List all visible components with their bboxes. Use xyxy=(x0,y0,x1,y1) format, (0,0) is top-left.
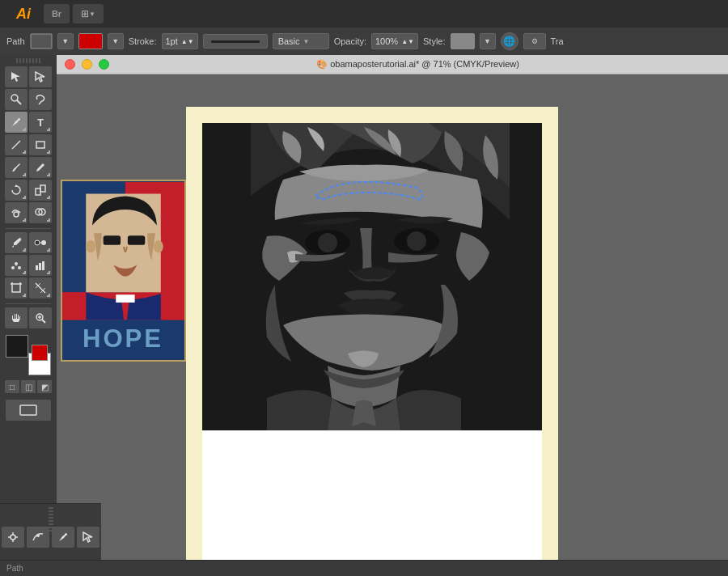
toolbar-divider xyxy=(6,228,51,229)
eyedropper-tools-row xyxy=(5,232,52,253)
workspace-chevron: ▼ xyxy=(89,11,95,18)
svg-rect-21 xyxy=(12,284,20,292)
foreground-color-swatch[interactable] xyxy=(6,335,28,358)
slice-tool[interactable] xyxy=(29,277,52,299)
svg-point-8 xyxy=(14,212,19,217)
obama-poster-svg: HOPE xyxy=(62,181,184,360)
stroke-width-input[interactable]: 1pt ▲▼ xyxy=(162,33,198,49)
stroke-options-btn[interactable]: ▼ xyxy=(108,33,124,49)
symbol-tools-row xyxy=(5,255,52,276)
svg-rect-4 xyxy=(36,142,44,148)
shape-tools-row xyxy=(5,134,52,155)
toolbar-divider-2 xyxy=(6,303,51,304)
transform-label: Tra xyxy=(551,36,564,46)
outline-view-btn[interactable]: ◫ xyxy=(21,380,36,393)
svg-rect-53 xyxy=(62,292,86,320)
svg-line-26 xyxy=(36,283,45,293)
top-menubar: Ai Br ⊞ ▼ xyxy=(0,0,728,28)
selection-tool[interactable] xyxy=(5,66,28,87)
svg-point-41 xyxy=(407,231,426,251)
minimize-button[interactable] xyxy=(82,59,92,70)
options-bar: Path ▼ ▼ Stroke: 1pt ▲▼ Basic ▼ Opacity:… xyxy=(0,28,728,55)
style-options-btn[interactable]: ▼ xyxy=(480,33,496,49)
shape-builder-tool[interactable] xyxy=(29,202,52,223)
column-graph-tool[interactable] xyxy=(29,255,52,276)
warp-tool[interactable] xyxy=(5,202,28,223)
scale-tool[interactable] xyxy=(29,180,52,201)
color-overlay[interactable] xyxy=(32,345,48,361)
line-tool[interactable] xyxy=(5,134,28,155)
normal-view-btn[interactable]: □ xyxy=(5,380,19,393)
svg-line-0 xyxy=(17,100,21,104)
svg-point-17 xyxy=(15,265,17,266)
stroke-label: Stroke: xyxy=(129,36,157,46)
workspace-icon: ⊞ xyxy=(81,8,89,19)
direct-selection-tool[interactable] xyxy=(29,66,52,87)
canvas-area[interactable]: HOPE xyxy=(57,74,728,560)
bottom-toolbar-grip xyxy=(49,507,53,532)
symbol-tool[interactable] xyxy=(5,255,28,276)
globe-button[interactable]: 🌐 xyxy=(501,32,518,50)
stroke-color-box[interactable] xyxy=(78,33,103,49)
warp-tools-row xyxy=(5,202,52,223)
extra-options-btn[interactable]: ⚙ xyxy=(523,33,546,49)
hand-tool[interactable] xyxy=(5,307,28,328)
bottom-toolbar xyxy=(0,503,101,560)
color-swatches xyxy=(6,335,51,375)
workspace-button[interactable]: ⊞ ▼ xyxy=(73,4,104,23)
svg-point-49 xyxy=(154,240,163,253)
pen-tool[interactable] xyxy=(5,112,28,133)
eyedropper-tool[interactable] xyxy=(5,232,28,253)
transform-tools-row xyxy=(5,180,52,201)
pencil-tool[interactable] xyxy=(29,157,52,178)
maximize-button[interactable] xyxy=(99,59,109,70)
document-window: 🎨 obamaposterutorial.ai* @ 71% (CMYK/Pre… xyxy=(57,55,728,560)
opacity-input[interactable]: 100% ▲▼ xyxy=(371,33,418,49)
pen-bottom-tool[interactable] xyxy=(52,527,74,548)
svg-text:HOPE: HOPE xyxy=(83,324,163,353)
svg-point-2 xyxy=(18,118,20,121)
svg-point-12 xyxy=(41,240,46,245)
zoom-tool[interactable] xyxy=(29,307,52,328)
obama-poster-thumbnail[interactable]: HOPE xyxy=(61,180,186,362)
svg-point-55 xyxy=(11,535,15,540)
artboard-tool[interactable] xyxy=(5,277,28,299)
main-artwork[interactable] xyxy=(202,123,542,430)
lasso-tool[interactable] xyxy=(29,89,52,110)
brush-tools-row xyxy=(5,157,52,178)
status-text: Path xyxy=(6,564,23,573)
app-logo: Ai xyxy=(0,0,40,28)
close-button[interactable] xyxy=(65,59,75,70)
type-tool[interactable]: T xyxy=(29,112,52,133)
profile-selector[interactable]: Basic ▼ xyxy=(273,33,329,49)
svg-rect-6 xyxy=(36,188,40,195)
line-preview[interactable] xyxy=(203,34,268,49)
direction-tool[interactable] xyxy=(77,527,99,548)
blend-tool[interactable] xyxy=(29,232,52,253)
svg-point-60 xyxy=(36,534,40,537)
document-title: 🎨 obamaposterutorial.ai* @ 71% (CMYK/Pre… xyxy=(116,59,720,70)
svg-rect-18 xyxy=(36,265,38,270)
isolate-view-btn[interactable]: ◩ xyxy=(37,380,52,393)
svg-point-16 xyxy=(18,266,21,269)
paintbrush-tool[interactable] xyxy=(5,157,28,178)
magic-wand-tool[interactable] xyxy=(5,89,28,110)
file-icon: 🎨 xyxy=(316,59,328,69)
selection-tools-row xyxy=(5,66,52,87)
rect-tool[interactable] xyxy=(29,134,52,155)
svg-rect-54 xyxy=(161,292,184,320)
fill-options-btn[interactable]: ▼ xyxy=(57,33,74,49)
svg-rect-19 xyxy=(39,263,41,270)
screen-mode-btn[interactable] xyxy=(6,400,51,421)
svg-point-40 xyxy=(318,233,337,252)
bridge-button[interactable]: Br xyxy=(44,4,70,23)
svg-point-48 xyxy=(86,240,95,253)
svg-rect-50 xyxy=(116,294,134,303)
style-box[interactable] xyxy=(451,33,475,49)
fill-color-box[interactable] xyxy=(30,33,53,49)
svg-line-30 xyxy=(42,320,45,323)
smooth-tool[interactable] xyxy=(27,527,49,548)
artboard-tools-row xyxy=(5,277,52,299)
rotate-tool[interactable] xyxy=(5,180,28,201)
anchor-point-tool[interactable] xyxy=(2,527,24,548)
